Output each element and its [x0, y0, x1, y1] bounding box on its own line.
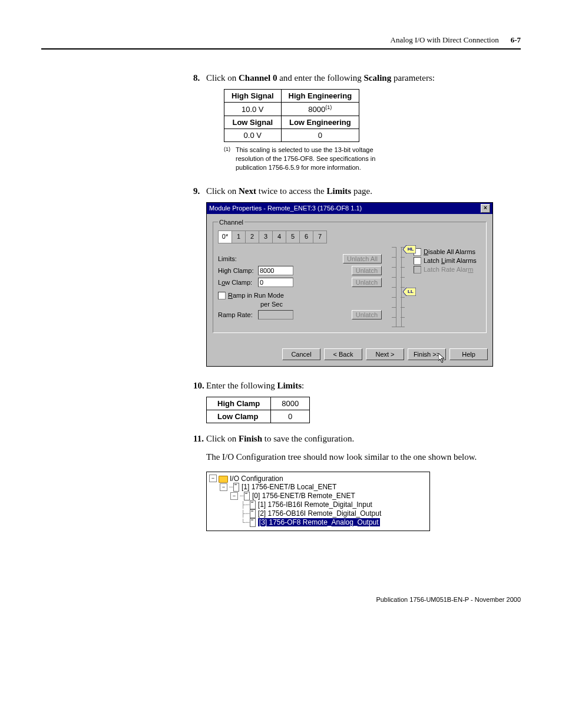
- step-number: 11.: [193, 434, 206, 444]
- alarm-column: Disable All Alarms Latch Limit Alarms La…: [414, 247, 481, 327]
- checkbox-icon: [414, 257, 421, 265]
- footnote: (1) This scaling is selected to use the …: [224, 146, 383, 172]
- step-11: 11. Click on Finish to save the configur…: [193, 434, 521, 444]
- td-low-eng: 0: [281, 129, 359, 142]
- low-clamp-label: Low Clamp:: [218, 279, 258, 286]
- latch-limit-alarms-checkbox[interactable]: Latch Limit Alarms: [414, 257, 481, 265]
- tree-connector-icon: ┄: [229, 483, 233, 491]
- module-icon: [250, 518, 256, 527]
- collapse-icon[interactable]: −: [220, 483, 227, 491]
- step-text: Click on Finish to save the configuratio…: [206, 434, 521, 444]
- tree-node-digital-input[interactable]: ├┄ [1] 1756-IB16I Remote_Digital_Input: [209, 500, 427, 509]
- back-button[interactable]: < Back: [324, 348, 362, 360]
- step-9: 9. Click on Next twice to access the Lim…: [193, 186, 521, 196]
- step-number: 8.: [193, 73, 206, 83]
- high-clamp-input[interactable]: [258, 266, 293, 275]
- dialog-title: Module Properties - Remote_ENET:3 (1756-…: [209, 205, 362, 212]
- channel-tab-3[interactable]: 3: [259, 231, 273, 243]
- tree-node-local-enet[interactable]: − ┄ [1] 1756-ENET/B Local_ENET: [209, 483, 427, 492]
- per-sec-label: per Sec: [260, 301, 382, 308]
- collapse-icon[interactable]: −: [209, 475, 217, 482]
- tree-node-digital-output[interactable]: ├┄ [2] 1756-OB16I Remote_Digital_Output: [209, 509, 427, 518]
- header-title: Analog I/O with Direct Connection: [391, 35, 499, 45]
- titlebar: Module Properties - Remote_ENET:3 (1756-…: [207, 203, 492, 214]
- help-button[interactable]: Help: [449, 348, 488, 360]
- channel-tab-4[interactable]: 4: [273, 231, 286, 243]
- low-clamp-input[interactable]: [258, 278, 293, 287]
- scaling-table: High Signal High Engineering 10.0 V 8000…: [224, 89, 359, 142]
- channel-tab-0[interactable]: 0*: [219, 231, 232, 243]
- th-high-clamp: High Clamp: [207, 397, 271, 410]
- td-low-clamp-val: 0: [271, 410, 310, 423]
- high-clamp-label: High Clamp:: [218, 267, 258, 274]
- tree-connector-icon: └┄: [241, 519, 250, 526]
- module-icon: [250, 500, 256, 509]
- close-icon[interactable]: ×: [481, 204, 490, 213]
- step-10: 10. Enter the following Limits:: [193, 381, 521, 391]
- header-page: 6-7: [511, 35, 521, 45]
- step-text: Enter the following Limits:: [206, 381, 521, 391]
- channel-tabs-row: 0* 1 2 3 4 5 6 7: [218, 230, 481, 243]
- disable-all-alarms-checkbox[interactable]: Disable All Alarms: [414, 248, 481, 256]
- collapse-icon[interactable]: −: [230, 492, 238, 500]
- channel-legend: Channel: [218, 219, 244, 226]
- finish-button[interactable]: Finish >>: [408, 348, 446, 360]
- channel-tab-2[interactable]: 2: [246, 231, 259, 243]
- ramp-rate-label: Ramp Rate:: [218, 311, 258, 318]
- module-properties-dialog: Module Properties - Remote_ENET:3 (1756-…: [206, 202, 493, 367]
- ramp-rate-input[interactable]: [258, 310, 293, 319]
- next-button[interactable]: Next >: [366, 348, 404, 360]
- channel-tab-7[interactable]: 7: [313, 231, 327, 243]
- footnote-num: (1): [224, 146, 236, 172]
- limits-table: High Clamp 8000 Low Clamp 0: [206, 397, 310, 423]
- limits-left: Limits: Unlatch All High Clamp: Unlatch: [218, 247, 382, 327]
- cursor-icon: [438, 353, 447, 365]
- unlatch-all-button[interactable]: Unlatch All: [343, 254, 382, 263]
- tree-intro: The I/O Configuration tree should now lo…: [206, 451, 521, 463]
- gauge: HL LL: [389, 247, 406, 327]
- unlatch-button-low[interactable]: Unlatch: [352, 278, 382, 287]
- th-high-eng: High Engineering: [281, 90, 359, 103]
- step-text: Click on Next twice to access the Limits…: [206, 186, 521, 196]
- step-number: 10.: [193, 381, 206, 391]
- channel-tab-5[interactable]: 5: [286, 231, 300, 243]
- dialog-buttons: Cancel < Back Next > Finish >> Help: [207, 345, 492, 366]
- footer: Publication 1756-UM051B-EN-P - November …: [41, 596, 521, 603]
- module-icon: [233, 483, 239, 492]
- td-high-signal: 10.0 V: [224, 103, 282, 116]
- limits-label: Limits:: [218, 255, 258, 262]
- tree-node-remote-enet[interactable]: − ┄ [0] 1756-ENET/B Remote_ENET: [209, 492, 427, 500]
- checkbox-icon: [414, 266, 421, 274]
- page-header: Analog I/O with Direct Connection 6-7: [41, 35, 521, 50]
- unlatch-button-high[interactable]: Unlatch: [352, 266, 382, 275]
- cancel-button[interactable]: Cancel: [282, 348, 320, 360]
- channel-tab-6[interactable]: 6: [300, 231, 313, 243]
- hl-marker[interactable]: HL: [404, 246, 415, 253]
- td-low-signal: 0.0 V: [224, 129, 282, 142]
- tree-connector-icon: ├┄: [241, 501, 250, 509]
- ll-marker[interactable]: LL: [404, 288, 415, 295]
- footnote-text: This scaling is selected to use the 13-b…: [236, 146, 383, 172]
- channel-tab-1[interactable]: 1: [232, 231, 246, 243]
- td-high-clamp-val: 8000: [271, 397, 310, 410]
- tree-connector-icon: ┄: [240, 492, 244, 500]
- limits-area: Limits: Unlatch All High Clamp: Unlatch: [218, 247, 481, 327]
- svg-marker-2: [438, 353, 444, 363]
- tree-connector-icon: ├┄: [241, 510, 250, 518]
- io-config-tree: − I/O Configuration − ┄ [1] 1756-ENET/B …: [206, 472, 430, 531]
- channel-tabs: 0* 1 2 3 4 5 6 7: [218, 230, 327, 243]
- step-text: Click on Channel 0 and enter the followi…: [206, 73, 521, 83]
- th-high-signal: High Signal: [224, 90, 282, 103]
- module-icon: [250, 509, 256, 518]
- step-8: 8. Click on Channel 0 and enter the foll…: [193, 73, 521, 83]
- tree-node-analog-output[interactable]: └┄ [3] 1756-OF8 Remote_Analog_Output: [209, 518, 427, 527]
- tree-root[interactable]: − I/O Configuration: [209, 475, 427, 483]
- latch-rate-alarm-checkbox: Latch Rate Alarm: [414, 266, 481, 274]
- th-low-signal: Low Signal: [224, 116, 282, 129]
- module-icon: [244, 492, 250, 500]
- unlatch-button-rate[interactable]: Unlatch: [352, 310, 382, 319]
- dialog-body: Channel 0* 1 2 3 4 5 6 7: [207, 214, 492, 345]
- ramp-run-checkbox[interactable]: Ramp in Run Mode: [218, 292, 382, 299]
- th-low-clamp: Low Clamp: [207, 410, 271, 423]
- checkbox-icon: [218, 292, 226, 299]
